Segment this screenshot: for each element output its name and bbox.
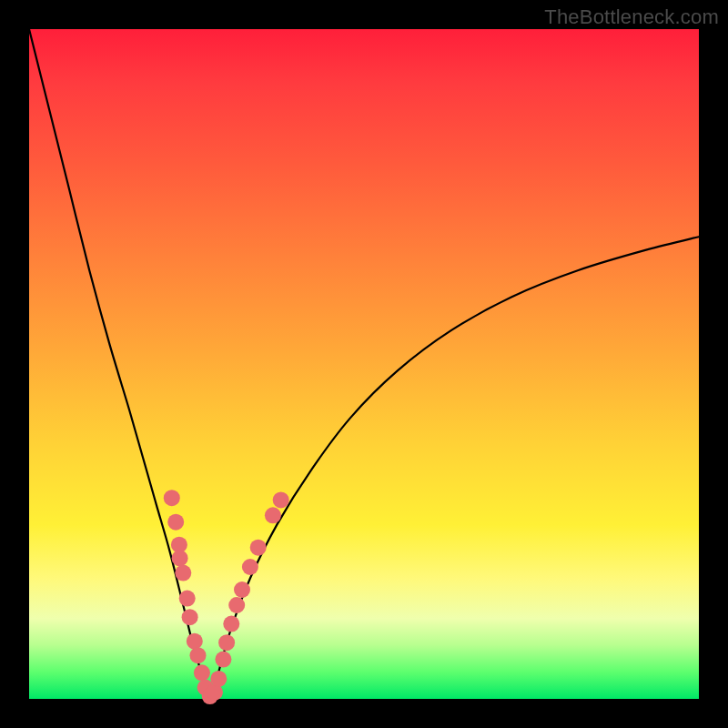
marker-dot (250, 540, 267, 556)
plot-area (29, 29, 699, 699)
marker-dot (175, 565, 191, 581)
marker-dot (223, 616, 239, 632)
marker-dot (187, 633, 203, 650)
marker-dot (210, 671, 227, 687)
bottleneck-curve (29, 29, 699, 699)
marker-dot (228, 597, 245, 613)
marker-dot (164, 490, 180, 506)
chart-frame: TheBottleneck.com (0, 0, 728, 728)
marker-dot (215, 652, 231, 668)
marker-dot (234, 581, 250, 598)
marker-dot (273, 491, 289, 508)
marker-dot (190, 647, 207, 663)
watermark-text: TheBottleneck.com (544, 5, 719, 29)
marker-dot (218, 634, 235, 651)
marker-dot (242, 559, 258, 575)
marker-dot (167, 514, 184, 531)
marker-dot (194, 664, 210, 681)
marker-dot (265, 507, 281, 523)
curve-svg (29, 29, 699, 699)
marker-dot (179, 591, 196, 607)
marker-dot (182, 609, 198, 625)
marker-dots (164, 490, 289, 704)
marker-dot (172, 550, 188, 566)
